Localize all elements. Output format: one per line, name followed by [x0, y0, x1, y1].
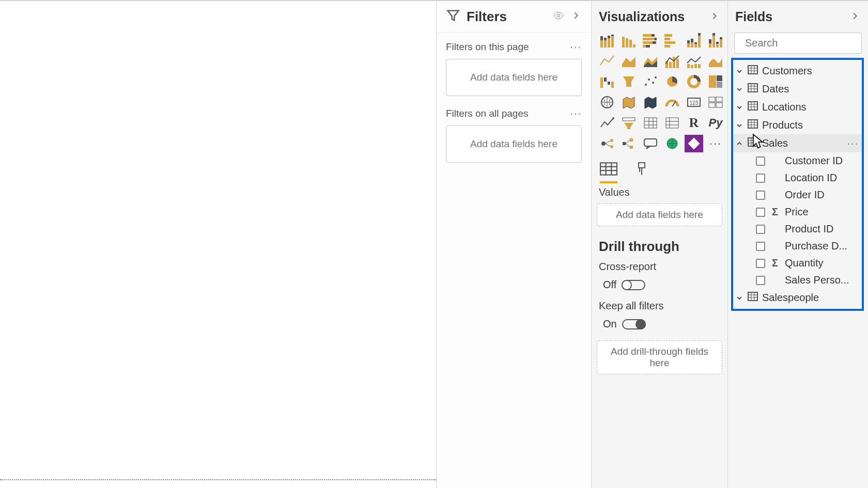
vis-waterfall-icon[interactable]	[598, 73, 616, 90]
svg-rect-104	[639, 163, 645, 168]
chevron-down-icon[interactable]	[735, 104, 743, 111]
vis-key-influencer-icon[interactable]	[598, 135, 616, 152]
chevron-up-icon[interactable]	[735, 140, 743, 147]
vis-line-icon[interactable]	[598, 52, 616, 70]
filters-page-dropzone[interactable]: Add data fields here	[446, 59, 582, 96]
keep-filters-toggle[interactable]	[622, 319, 646, 329]
field-row[interactable]: Σ Price	[733, 203, 862, 221]
filters-all-dropzone[interactable]: Add data fields here	[446, 125, 582, 163]
vis-100-stacked-bar-icon[interactable]	[685, 32, 703, 49]
svg-rect-33	[709, 43, 711, 48]
fields-tab[interactable]	[600, 162, 617, 183]
table-icon	[748, 65, 758, 77]
field-row[interactable]: Σ Quantity	[733, 255, 862, 272]
table-icon	[748, 119, 758, 131]
chevron-down-icon[interactable]	[735, 86, 743, 93]
field-checkbox[interactable]	[756, 225, 765, 234]
vis-more-icon[interactable]: ···	[706, 135, 725, 152]
field-checkbox[interactable]	[756, 156, 765, 166]
cross-report-state: Off	[603, 279, 616, 291]
filters-all-label: Filters on all pages	[446, 108, 528, 119]
field-row[interactable]: Σ Order ID	[733, 186, 862, 203]
filters-all-more[interactable]: ···	[570, 107, 582, 119]
vis-r-icon[interactable]: R	[685, 114, 703, 132]
vis-area-icon[interactable]	[619, 52, 638, 70]
field-checkbox[interactable]	[756, 276, 765, 285]
svg-rect-8	[611, 35, 614, 36]
table-row[interactable]: Dates	[733, 80, 862, 98]
vis-kpi-icon[interactable]	[598, 114, 616, 132]
vis-gauge-icon[interactable]	[663, 93, 681, 111]
preview-icon[interactable]	[553, 10, 564, 23]
table-row[interactable]: Locations	[733, 98, 862, 116]
fields-search[interactable]	[734, 33, 862, 54]
values-dropzone[interactable]: Add data fields here	[597, 203, 722, 226]
field-row[interactable]: Σ Sales Perso...	[733, 272, 862, 289]
vis-clustered-bar-h-icon[interactable]	[663, 32, 681, 49]
table-row[interactable]: Customers	[733, 62, 862, 80]
chevron-down-icon[interactable]	[735, 68, 743, 75]
vis-clustered-bar-icon[interactable]	[619, 32, 638, 49]
chevron-down-icon[interactable]	[735, 294, 743, 302]
field-row[interactable]: Σ Location ID	[733, 169, 862, 186]
vis-multi-card-icon[interactable]	[706, 93, 725, 111]
vis-pie-icon[interactable]	[663, 73, 681, 90]
vis-py-icon[interactable]: Py	[706, 114, 725, 132]
report-canvas[interactable]	[0, 0, 436, 488]
vis-funnel-icon[interactable]	[619, 73, 638, 90]
vis-table-icon[interactable]	[641, 114, 660, 132]
vis-stacked-bar-icon[interactable]	[598, 32, 616, 49]
vis-qna-icon[interactable]	[641, 135, 660, 152]
table-more-icon[interactable]: ···	[847, 137, 859, 149]
field-row[interactable]: Σ Product ID	[733, 221, 862, 238]
field-row[interactable]: Σ Purchase D...	[733, 238, 862, 255]
vis-line-stacked-icon[interactable]	[663, 52, 681, 70]
svg-rect-114	[748, 84, 757, 92]
field-checkbox[interactable]	[756, 174, 765, 183]
vis-map-icon[interactable]	[598, 93, 616, 111]
svg-rect-2	[600, 36, 603, 40]
drillthrough-dropzone[interactable]: Add drill-through fields here	[597, 340, 722, 374]
field-checkbox[interactable]	[756, 191, 765, 200]
field-checkbox[interactable]	[756, 242, 765, 251]
vis-treemap-icon[interactable]	[706, 73, 725, 90]
field-row[interactable]: Σ Customer ID	[733, 152, 862, 169]
chevron-down-icon[interactable]	[735, 122, 743, 129]
vis-decomp-icon[interactable]	[619, 135, 638, 152]
vis-shape-map-icon[interactable]	[641, 93, 660, 111]
vis-stacked-bar-h-icon[interactable]	[641, 32, 660, 49]
vis-globe-icon[interactable]	[663, 135, 681, 152]
vis-stacked-area-icon[interactable]	[641, 52, 660, 70]
format-tab[interactable]	[633, 162, 650, 183]
field-name: Customer ID	[785, 155, 843, 167]
svg-rect-38	[716, 42, 719, 44]
vis-card-icon[interactable]: 123	[685, 93, 703, 111]
table-row[interactable]: Salespeople	[733, 289, 862, 307]
table-row[interactable]: Products	[733, 116, 862, 134]
vis-filled-map-icon[interactable]	[619, 93, 638, 111]
table-row[interactable]: Sales···	[733, 134, 862, 152]
vis-powerapps-icon[interactable]	[685, 135, 703, 152]
table-name: Customers	[762, 65, 812, 77]
sigma-icon: Σ	[770, 257, 780, 269]
vis-matrix-icon[interactable]	[663, 114, 681, 132]
vis-scatter-icon[interactable]	[641, 73, 660, 90]
keep-filters-label: Keep all filters	[592, 298, 727, 315]
vis-slicer-icon[interactable]	[619, 114, 638, 132]
svg-rect-109	[748, 66, 757, 74]
visualizations-pane: Visualizations 123RPy··· Values Add data…	[591, 0, 727, 488]
vis-100-stacked-column-icon[interactable]	[706, 32, 725, 49]
collapse-fields-icon[interactable]	[849, 10, 861, 24]
vis-ribbon-icon[interactable]	[706, 52, 725, 70]
field-checkbox[interactable]	[756, 259, 765, 268]
field-checkbox[interactable]	[756, 208, 765, 217]
collapse-visualizations-icon[interactable]	[709, 10, 720, 24]
collapse-filters-icon[interactable]	[570, 10, 582, 23]
svg-rect-49	[691, 65, 693, 68]
search-input[interactable]	[745, 37, 868, 49]
vis-donut-icon[interactable]	[685, 73, 703, 90]
vis-line-clustered-icon[interactable]	[685, 52, 703, 70]
cross-report-toggle[interactable]	[622, 280, 645, 290]
filters-page-more[interactable]: ···	[570, 41, 582, 53]
svg-rect-25	[687, 43, 690, 48]
